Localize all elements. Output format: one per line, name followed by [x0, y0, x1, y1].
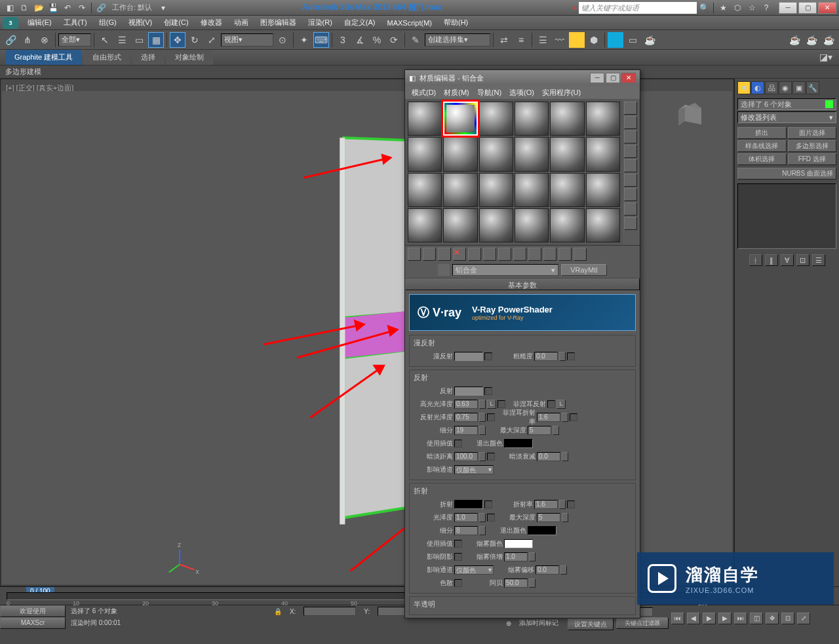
nav-a-icon[interactable]: ◫ — [750, 613, 763, 624]
modifier-stack[interactable] — [737, 183, 836, 249]
motion-tab-icon[interactable]: ◉ — [779, 81, 792, 94]
open-icon[interactable]: 📂 — [32, 2, 45, 14]
mat-slot[interactable] — [550, 173, 584, 207]
teapot-b-icon[interactable]: ☕ — [804, 32, 819, 48]
coord-x[interactable] — [303, 607, 356, 616]
lock-icon[interactable]: 🔒 — [274, 608, 282, 615]
mat-slot[interactable] — [408, 137, 442, 171]
snap3-icon[interactable]: 3 — [335, 32, 351, 48]
sample-type-icon[interactable] — [624, 102, 637, 115]
dropdown-icon[interactable]: ▾ — [157, 2, 170, 14]
prev-frame-icon[interactable]: ◀ — [687, 613, 700, 624]
rexit-swatch[interactable] — [504, 439, 533, 448]
editor-icon[interactable]: ✎ — [408, 32, 423, 48]
save-icon[interactable]: 💾 — [47, 2, 60, 14]
search-go-icon[interactable]: 🔍 — [697, 2, 711, 14]
mat-slot[interactable] — [408, 102, 442, 136]
backlight-icon[interactable] — [624, 116, 637, 129]
pin-icon[interactable]: ⟊ — [749, 254, 762, 266]
setkey-button[interactable]: 设置关键点 — [568, 618, 614, 630]
select-name-icon[interactable]: ☰ — [114, 32, 130, 48]
btn-nurbs[interactable]: NURBS 曲面选择 — [737, 168, 836, 180]
refract-affect-combo[interactable]: 仅颜色▾ — [454, 565, 494, 575]
go-parent-icon[interactable] — [558, 248, 572, 261]
mat-menu-util[interactable]: 实用程序(U) — [538, 88, 585, 98]
menu-graph[interactable]: 图形编辑器 — [255, 18, 302, 28]
stack-a-icon[interactable]: ‖ — [765, 254, 778, 266]
new-icon[interactable]: 🗋 — [18, 2, 31, 14]
mat-close[interactable]: ✕ — [621, 73, 636, 83]
menu-maxscript[interactable]: MAXScript(M) — [382, 19, 437, 27]
comm-icon[interactable]: ☆ — [745, 2, 758, 14]
roughness-spinner[interactable]: 0.0 — [534, 352, 558, 361]
move-icon[interactable]: ✥ — [170, 32, 185, 48]
app-menu-icon[interactable]: ◧ — [3, 2, 16, 14]
modify-tab-icon[interactable]: ◐ — [751, 81, 764, 94]
get-mat-icon[interactable] — [408, 248, 421, 261]
tab-select[interactable]: 选择 — [132, 50, 165, 65]
manip-icon[interactable]: ✦ — [296, 32, 312, 48]
rect-select-icon[interactable]: ▭ — [131, 32, 147, 48]
mat-slot[interactable] — [443, 173, 477, 207]
mat-slot[interactable] — [479, 208, 513, 242]
mat-slot[interactable] — [479, 137, 513, 171]
spinner-updown[interactable] — [559, 352, 566, 361]
show-map-icon[interactable] — [528, 248, 541, 261]
app-icon[interactable]: 3 — [3, 17, 18, 29]
info-icon[interactable]: ? — [760, 2, 773, 14]
material-name-field[interactable]: 铝合金▾ — [452, 264, 558, 276]
fog-swatch[interactable] — [504, 539, 533, 548]
create-tab-icon[interactable]: ✺ — [737, 81, 751, 94]
assign-mat-icon[interactable] — [438, 248, 451, 261]
maxscript-tab[interactable]: MAXScr — [0, 617, 66, 629]
hierarchy-tab-icon[interactable]: 品 — [765, 81, 778, 94]
nav-c-icon[interactable]: ⊡ — [781, 613, 794, 624]
menu-custom[interactable]: 自定义(A) — [339, 18, 381, 28]
mat-slot-active[interactable] — [443, 102, 477, 136]
btn-ffd[interactable]: FFD 选择 — [788, 153, 837, 165]
tab-freeform[interactable]: 自由形式 — [83, 50, 130, 65]
named-selset[interactable]: 创建选择集 ▾ — [425, 33, 490, 47]
menu-create[interactable]: 创建(C) — [159, 18, 193, 28]
unlink-tool-icon[interactable]: ⋔ — [20, 32, 35, 48]
goto-start-icon[interactable]: ⏮ — [671, 613, 684, 624]
roughness-map-chk[interactable] — [567, 352, 575, 360]
bg-icon[interactable] — [624, 130, 637, 143]
mat-slot[interactable] — [515, 208, 549, 242]
mat-slot[interactable] — [479, 173, 513, 207]
goto-end-icon[interactable]: ⏭ — [734, 613, 747, 624]
menu-help[interactable]: 帮助(H) — [439, 18, 473, 28]
rinterp-chk[interactable] — [454, 440, 462, 447]
put-mat-icon[interactable] — [423, 248, 436, 261]
menu-anim[interactable]: 动画 — [229, 18, 254, 28]
material-editor-icon[interactable]: ⬢ — [586, 32, 602, 48]
make-unique-icon[interactable] — [483, 248, 496, 261]
modifier-list[interactable]: 修改器列表▾ — [737, 111, 836, 123]
spinner-snap-icon[interactable]: ⟳ — [386, 32, 402, 48]
teapot-a-icon[interactable]: ☕ — [787, 32, 802, 48]
mat-slot[interactable] — [550, 137, 584, 171]
mat-menu-opt[interactable]: 选项(O) — [505, 88, 538, 98]
stack-b-icon[interactable]: ∀ — [781, 254, 794, 266]
mat-minimize[interactable]: ─ — [590, 73, 604, 83]
diffuse-swatch[interactable] — [454, 352, 483, 361]
show-end-icon[interactable] — [543, 248, 556, 261]
mat-slot[interactable] — [479, 102, 513, 136]
pct-snap-icon[interactable]: % — [369, 32, 385, 48]
mat-slot[interactable] — [408, 173, 442, 207]
stack-d-icon[interactable]: ☰ — [812, 254, 825, 266]
menu-group[interactable]: 组(G) — [94, 18, 122, 28]
uv-tile-icon[interactable] — [624, 145, 637, 158]
mat-slot[interactable] — [443, 208, 477, 242]
btn-spline[interactable]: 样条线选择 — [737, 140, 787, 152]
render-setup-icon[interactable] — [608, 32, 623, 48]
next-frame-icon[interactable]: ▶ — [718, 613, 732, 624]
mat-slot[interactable] — [586, 137, 620, 171]
raffect-combo[interactable]: 仅颜色▾ — [454, 465, 494, 474]
pivot-icon[interactable]: ⊙ — [275, 32, 290, 48]
teapot-c-icon[interactable]: ☕ — [821, 32, 836, 48]
lock-L-button[interactable]: L — [487, 400, 496, 409]
video-check-icon[interactable] — [624, 159, 637, 172]
menu-render[interactable]: 渲染(R) — [303, 18, 338, 28]
menu-view[interactable]: 视图(V) — [123, 18, 158, 28]
